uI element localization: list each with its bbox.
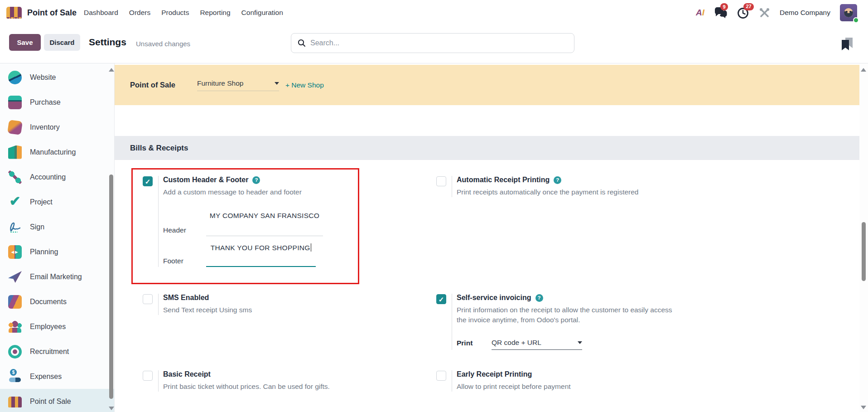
setting-title: Custom Header & Footer: [163, 176, 248, 184]
sidebar-scrollbar-thumb[interactable]: [109, 174, 113, 399]
search-box[interactable]: [291, 33, 574, 53]
setting-title: SMS Enabled: [163, 294, 209, 302]
sidebar-item-planning[interactable]: ◂▸ Planning: [0, 239, 114, 264]
planning-app-icon: ◂▸: [8, 245, 22, 259]
setting-sms-enabled: SMS Enabled Send Text receipt Using sms: [143, 291, 436, 315]
purchase-app-icon: [8, 96, 22, 109]
email-marketing-app-icon: [8, 270, 22, 284]
sidebar-item-sign[interactable]: Sign: [0, 214, 114, 239]
sidebar-item-point-of-sale[interactable]: Point of Sale: [0, 389, 114, 412]
sms-enabled-checkbox[interactable]: [143, 294, 153, 304]
sidebar-item-accounting[interactable]: Accounting: [0, 165, 114, 189]
activities-badge: 27: [743, 3, 754, 10]
main-scrollbar-thumb[interactable]: [862, 222, 866, 281]
setting-description: Add a custom message to header and foote…: [163, 187, 436, 197]
search-icon: [298, 39, 306, 47]
bookmark-icon[interactable]: [842, 38, 854, 51]
sidebar-item-employees[interactable]: Employees: [0, 314, 114, 339]
menu-products[interactable]: Products: [161, 9, 189, 17]
sidebar-item-email-marketing[interactable]: Email Marketing: [0, 264, 114, 289]
help-icon[interactable]: ?: [554, 176, 561, 184]
menu-dashboard[interactable]: Dashboard: [84, 9, 118, 17]
divider: [452, 370, 452, 392]
inventory-app-icon: [7, 120, 23, 135]
section-title: Bills & Receipts: [130, 144, 188, 153]
accounting-app-icon: [8, 170, 22, 184]
documents-app-icon: [8, 295, 22, 309]
help-icon[interactable]: ?: [252, 176, 260, 184]
tools-icon[interactable]: [759, 7, 770, 19]
messages-badge: 9: [720, 3, 728, 10]
section-header-bills-receipts: Bills & Receipts: [115, 136, 859, 160]
sidebar-scrollbar[interactable]: [108, 63, 115, 412]
divider: [452, 176, 452, 197]
setting-self-service-invoicing: Self-service invoicing ? Print informati…: [436, 291, 859, 350]
setting-custom-header-footer: Custom Header & Footer ? Add a custom me…: [143, 174, 436, 267]
scroll-up-arrow-icon[interactable]: [109, 68, 114, 72]
pos-app-icon: [6, 7, 22, 19]
self-service-checkbox[interactable]: [436, 294, 446, 304]
shop-select-value: Furniture Shop: [197, 79, 244, 87]
shop-banner-label: Point of Sale: [130, 81, 175, 89]
sidebar-item-manufacturing[interactable]: Manufacturing: [0, 140, 114, 165]
ai-icon[interactable]: AI: [696, 8, 704, 18]
setting-basic-receipt: Basic Receipt Print basic ticket without…: [143, 368, 436, 392]
sidebar-item-inventory[interactable]: Inventory: [0, 115, 114, 140]
sidebar-item-documents[interactable]: Documents: [0, 289, 114, 314]
early-receipt-checkbox[interactable]: [436, 371, 446, 381]
sidebar-item-recruitment[interactable]: Recruitment: [0, 339, 114, 364]
bookmark-front-icon: [842, 40, 849, 50]
scroll-down-arrow-icon[interactable]: [861, 406, 866, 409]
menu-configuration[interactable]: Configuration: [241, 9, 283, 17]
crossed-tools-icon: [759, 7, 770, 19]
chevron-down-icon: [275, 82, 279, 85]
top-navbar: Point of Sale Dashboard Orders Products …: [0, 0, 868, 25]
chevron-down-icon: [578, 341, 582, 344]
divider: [158, 294, 159, 315]
scroll-down-arrow-icon[interactable]: [109, 407, 114, 410]
basic-receipt-checkbox[interactable]: [143, 371, 153, 381]
custom-header-footer-checkbox[interactable]: [143, 176, 153, 186]
manufacturing-app-icon: [8, 145, 22, 159]
shop-select[interactable]: Furniture Shop: [197, 79, 279, 91]
footer-field-label: Footer: [163, 257, 206, 267]
help-icon[interactable]: ?: [535, 294, 543, 302]
messages-icon[interactable]: 9: [714, 7, 728, 19]
discard-button[interactable]: Discard: [44, 34, 80, 51]
setting-description: Print receipts automatically once the pa…: [457, 187, 859, 197]
sidebar-item-project[interactable]: ✔ Project: [0, 189, 114, 214]
shop-selector-banner: Point of Sale Furniture Shop + New Shop: [115, 65, 859, 105]
employees-app-icon: [8, 320, 22, 334]
divider: [158, 176, 159, 267]
expenses-app-icon: [8, 370, 22, 383]
main-scrollbar[interactable]: [859, 63, 868, 412]
sidebar-item-purchase[interactable]: Purchase: [0, 90, 114, 115]
menu-orders[interactable]: Orders: [129, 9, 150, 17]
scroll-up-arrow-icon[interactable]: [861, 68, 866, 72]
search-input[interactable]: [310, 39, 568, 47]
setting-description: Print information on the receipt to allo…: [457, 305, 681, 325]
project-app-icon: ✔: [8, 195, 22, 209]
user-menu[interactable]: [840, 4, 857, 21]
setting-title: Early Receipt Printing: [457, 370, 532, 378]
online-status-dot: [853, 17, 859, 23]
print-select[interactable]: QR code + URL: [492, 339, 582, 350]
spacer: [115, 105, 859, 136]
sidebar-item-website[interactable]: Website: [0, 65, 114, 90]
setting-description: Allow to print receipt before payment: [457, 382, 859, 392]
company-switcher[interactable]: Demo Company: [780, 9, 830, 17]
divider: [452, 294, 452, 350]
save-button[interactable]: Save: [9, 34, 41, 51]
footer-input[interactable]: THANK YOU FOR SHOPPING: [206, 241, 316, 267]
header-input[interactable]: MY COMPANY SAN FRANSISCO: [206, 209, 323, 236]
automatic-receipt-checkbox[interactable]: [436, 176, 446, 186]
setting-early-receipt-printing: Early Receipt Printing Allow to print re…: [436, 368, 859, 392]
menu-reporting[interactable]: Reporting: [200, 9, 230, 17]
app-title: Point of Sale: [27, 8, 77, 18]
sidebar-item-expenses[interactable]: Expenses: [0, 364, 114, 389]
new-shop-link[interactable]: + New Shop: [285, 81, 324, 89]
print-select-value: QR code + URL: [492, 339, 541, 347]
activities-icon[interactable]: 27: [737, 7, 749, 19]
point-of-sale-app-icon: [8, 397, 22, 407]
setting-automatic-receipt-printing: Automatic Receipt Printing ? Print recei…: [436, 174, 859, 197]
